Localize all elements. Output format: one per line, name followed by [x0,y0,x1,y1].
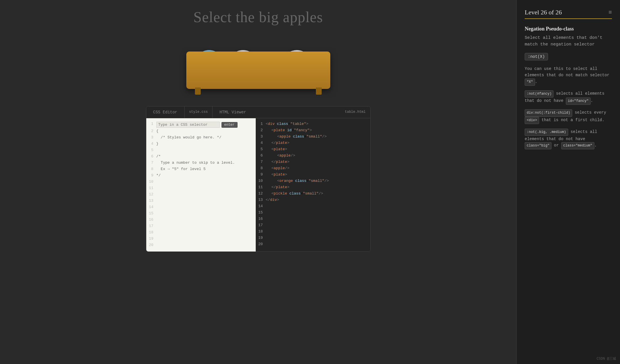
html-line-15: 15 [256,210,370,216]
html-line-4: 4 </plate> [256,140,370,146]
sidebar: Level 26 of 26 ≡ Negation Pseudo-class S… [516,0,620,364]
example1-code: id="fancy" [566,98,591,105]
html-line-17: 17 [256,222,370,229]
example2-badge: div:not(:first-child) [525,109,572,117]
page-title: Select the big apples [194,9,323,26]
css-line-8: 8 Ex → "5" for level 5 [146,166,256,173]
css-filename: style.css [185,106,213,118]
level-header: Level 26 of 26 ≡ [525,9,612,16]
css-editor-tab[interactable]: CSS Editor [146,106,185,118]
html-line-20: 20 [256,241,370,248]
css-line-19: 19 [146,236,256,242]
table-surface [186,52,330,89]
html-line-13: 13 </div> [256,197,370,203]
editor-panels: 1 enter 2 { 3 /* Styles would go here. *… [146,118,370,251]
css-linenum-1: 1 [146,122,156,126]
concept-title: Negation Pseudo-class [525,26,612,32]
main-area: Select the big apples [0,0,516,364]
explanation-para2: :not(#fancy) selects all elements that d… [525,90,612,105]
css-line-12: 12 [146,192,256,198]
example1-badge: :not(#fancy) [525,90,553,98]
table-legs [195,87,322,95]
css-line-9: 9 */ [146,173,256,179]
html-line-14: 14 [256,203,370,210]
concept-description: Select all elements that don't match the… [525,35,612,48]
table-leg-left [195,87,201,95]
css-line-2: 2 { [146,128,256,135]
table-scene [186,37,330,95]
css-line-7: 7 Type a number to skip to a level. [146,160,256,166]
example2-code: <div> [525,117,539,124]
css-line-13: 13 [146,198,256,204]
css-line-17: 17 [146,223,256,230]
css-line-14: 14 [146,204,256,211]
example3-code1: class="big" [525,142,551,149]
table-leg-right [316,87,322,95]
css-line-16: 16 [146,217,256,223]
css-line-18: 18 [146,230,256,236]
html-line-3: 3 <apple class="small"/> [256,134,370,140]
css-line-1: 1 enter [146,121,256,128]
watermark: CSDN @三城 [597,356,616,361]
html-line-2: 2 <plate id="fancy"> [256,127,370,134]
editor-area: CSS Editor style.css HTML Viewer table.h… [146,106,371,252]
html-line-16: 16 [256,216,370,222]
html-line-5: 5 <plate> [256,146,370,153]
css-input-wrapper: enter [156,122,238,128]
html-line-7: 7 </plate> [256,159,370,165]
html-filename: table.html [340,106,370,118]
explanation-para1: You can use this to select all elements … [525,66,612,86]
html-line-1: 1 <div class="table"> [256,121,370,127]
css-line-15: 15 [146,211,256,217]
css-line-6: 6 /* [146,154,256,160]
css-panel: 1 enter 2 { 3 /* Styles would go here. *… [146,118,256,251]
html-line-19: 19 [256,235,370,241]
level-divider [525,18,612,19]
html-viewer-tab[interactable]: HTML Viewer [212,106,253,118]
enter-button[interactable]: enter [221,122,238,128]
css-line-4: 4 } [146,141,256,147]
editor-tabs: CSS Editor style.css HTML Viewer table.h… [146,106,370,118]
syntax-badge: :not(X) [525,53,548,60]
css-selector-input[interactable] [156,122,220,128]
html-line-11: 11 </plate> [256,184,370,191]
para1-code: "X" [525,79,535,86]
example3-code2: class="medium" [561,142,594,149]
css-line-3: 3 /* Styles would go here. */ [146,135,256,141]
level-label: Level 26 of 26 [525,9,562,16]
html-line-18: 18 [256,229,370,235]
explanation-para4: :not(.big, .medium) selects all elements… [525,129,612,150]
menu-icon[interactable]: ≡ [608,9,612,16]
explanation-para3: div:not(:first-child) selects every <div… [525,109,612,124]
css-line-20: 20 [146,242,256,249]
css-line-10: 10 [146,179,256,185]
html-panel: 1 <div class="table"> 2 <plate id="fancy… [256,118,370,251]
example3-badge: :not(.big, .medium) [525,129,568,136]
html-line-10: 10 <orange class="small"/> [256,178,370,184]
html-line-12: 12 <pickle class="small"/> [256,191,370,197]
html-line-6: 6 <apple/> [256,153,370,159]
css-line-5: 5 [146,147,256,154]
css-line-11: 11 [146,185,256,192]
html-line-8: 8 <apple/> [256,165,370,172]
html-line-9: 9 <plate> [256,172,370,178]
